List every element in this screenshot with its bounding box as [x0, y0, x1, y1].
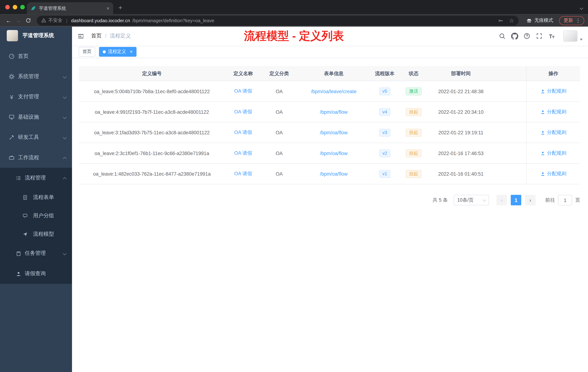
- assign-rule-link[interactable]: 分配规则: [540, 88, 566, 95]
- definition-id: oa_leave:2:3c1f0ef1-76b1-11ec-9c66-a2380…: [79, 143, 225, 163]
- incognito-label: 无痕模式: [534, 17, 553, 24]
- assign-rule-link[interactable]: 分配规则: [540, 129, 566, 136]
- definition-name-link[interactable]: OA 请假: [234, 170, 252, 177]
- status-badge: 激活: [406, 87, 422, 95]
- chevron-down-icon: [63, 134, 66, 140]
- definition-name-link[interactable]: OA 请假: [234, 109, 252, 115]
- prev-page-button[interactable]: ‹: [496, 195, 507, 205]
- address-bar[interactable]: 不安全 | dashboard.yudao.iocoder.cn/bpm/man…: [37, 16, 519, 25]
- sidebar-item-label: 流程管理: [25, 175, 46, 181]
- deploy-time: 2022-01-16 01:40:51: [428, 164, 494, 184]
- user-icon: [540, 130, 545, 135]
- form-link[interactable]: /bpm/oa/flow: [320, 150, 348, 156]
- sidebar-item-home[interactable]: 首页: [0, 46, 72, 66]
- page-size-select[interactable]: 10条/页: [454, 195, 489, 205]
- tab-title: 芋道管理系统: [39, 5, 104, 11]
- browser-tab[interactable]: 芋道管理系统 ×: [27, 2, 113, 14]
- help-icon[interactable]: [523, 32, 531, 40]
- github-icon[interactable]: [511, 32, 518, 40]
- hamburger-icon[interactable]: [77, 33, 84, 40]
- active-dot-icon: [103, 50, 106, 53]
- sidebar-item-label: 首页: [18, 53, 29, 60]
- chevron-down-icon: [63, 94, 66, 100]
- definition-name-link[interactable]: OA 请假: [234, 129, 252, 136]
- next-page-button[interactable]: ›: [525, 195, 536, 205]
- user-icon: [15, 271, 22, 276]
- assign-rule-link[interactable]: 分配规则: [540, 109, 566, 115]
- sidebar-item-label: 基础设施: [18, 114, 39, 120]
- sidebar-item-process-mgmt[interactable]: 流程管理: [0, 168, 72, 188]
- column-header: 部署时间: [428, 66, 494, 81]
- chevron-up-icon: [63, 155, 66, 161]
- page-number-button[interactable]: 1: [511, 195, 521, 205]
- tab-close-icon[interactable]: ×: [106, 5, 109, 11]
- sidebar-item-label: 任务管理: [25, 250, 46, 257]
- definition-name-link[interactable]: OA 请假: [234, 88, 252, 95]
- breadcrumb-home[interactable]: 首页: [91, 33, 102, 39]
- column-header: 定义分类: [262, 66, 297, 81]
- tag-home[interactable]: 首页: [79, 47, 95, 57]
- browser-update-button[interactable]: 更新 ⋮: [559, 16, 584, 25]
- tags-view-bar: 首页 流程定义 ×: [72, 45, 588, 58]
- security-label: 不安全: [48, 17, 62, 24]
- yen-icon: ¥: [8, 94, 15, 100]
- status-badge: 挂起: [406, 149, 422, 157]
- sidebar-item-payment-mgmt[interactable]: ¥ 支付管理: [0, 87, 72, 107]
- sidebar-item-process-form[interactable]: 流程表单: [0, 188, 72, 206]
- table-row: oa_leave:3:1fad3d93-7b75-11ec-a3c8-acde4…: [79, 122, 580, 143]
- form-link[interactable]: /bpm/oa/flow: [320, 130, 348, 135]
- form-link[interactable]: /bpm/oa/flow: [320, 171, 348, 176]
- window-close-button[interactable]: [5, 5, 10, 10]
- logo-avatar: [7, 30, 18, 41]
- page-size-value: 10条/页: [457, 197, 474, 203]
- definition-name-link[interactable]: OA 请假: [234, 150, 252, 156]
- document-icon: [22, 195, 29, 200]
- sidebar-item-workflow[interactable]: 工作流程: [0, 148, 72, 168]
- sidebar-item-process-model[interactable]: 流程模型: [0, 225, 72, 243]
- table-row: oa_leave:5:004b710b-7b8a-11ec-8ef0-acde4…: [79, 81, 580, 102]
- sidebar-item-dev-tools[interactable]: 研发工具: [0, 127, 72, 147]
- table-row: oa_leave:2:3c1f0ef1-76b1-11ec-9c66-a2380…: [79, 143, 580, 164]
- url-path: /bpm/manager/definition?key=oa_leave: [132, 18, 214, 23]
- search-icon[interactable]: [498, 32, 506, 40]
- workflow-submenu: 流程管理 流程表单: [0, 168, 72, 284]
- omnibox-divider: |: [66, 18, 67, 23]
- bookmark-star-icon[interactable]: ☆: [509, 17, 514, 24]
- window-zoom-button[interactable]: [20, 5, 25, 10]
- browser-menu-kebab-icon[interactable]: ⋮: [576, 18, 580, 23]
- sidebar-item-leave-query[interactable]: 请假查询: [0, 263, 72, 284]
- filler-cell: [494, 122, 526, 142]
- breadcrumb-current: 流程定义: [110, 33, 131, 39]
- form-link[interactable]: /bpm/oa/flow: [320, 109, 348, 115]
- password-key-icon[interactable]: [498, 18, 503, 23]
- tab-search-caret-icon[interactable]: [580, 5, 583, 11]
- goto-page-input[interactable]: [558, 195, 572, 205]
- window-minimize-button[interactable]: [13, 5, 17, 10]
- assign-rule-link[interactable]: 分配规则: [540, 150, 566, 156]
- sidebar-item-infrastructure[interactable]: 基础设施: [0, 107, 72, 127]
- form-link[interactable]: /bpm/oa/leave/create: [311, 88, 356, 94]
- definition-category: OA: [262, 122, 297, 142]
- sidebar-item-label: 流程模型: [33, 230, 54, 237]
- new-tab-button[interactable]: +: [118, 4, 122, 12]
- tag-process-definition[interactable]: 流程定义 ×: [99, 47, 136, 57]
- sidebar-item-user-group[interactable]: 用户分组: [0, 206, 72, 225]
- tag-close-icon[interactable]: ×: [130, 49, 133, 55]
- reload-icon[interactable]: [23, 18, 33, 23]
- sidebar-item-system-mgmt[interactable]: 系统管理: [0, 66, 72, 87]
- fullscreen-icon[interactable]: [536, 32, 543, 40]
- warning-icon: [41, 18, 46, 23]
- browser-toolbar: ← → 不安全 | dashboard.yudao.iocoder.cn/bpm…: [0, 14, 588, 27]
- back-icon[interactable]: ←: [4, 17, 14, 24]
- user-icon: [540, 109, 545, 114]
- assign-rule-label: 分配规则: [547, 170, 566, 177]
- sidebar-item-task-mgmt[interactable]: 任务管理: [0, 243, 72, 263]
- assign-rule-link[interactable]: 分配规则: [540, 170, 566, 177]
- font-size-icon[interactable]: [548, 32, 555, 40]
- tag-label: 流程定义: [108, 48, 126, 55]
- table-row: oa_leave:4:991f2193-7b7f-11ec-a3c8-acde4…: [79, 102, 580, 122]
- deploy-time: 2022-01-16 17:46:53: [428, 143, 494, 163]
- chevron-down-icon: [63, 251, 66, 256]
- user-avatar-dropdown[interactable]: [563, 30, 583, 42]
- forward-icon[interactable]: →: [13, 17, 23, 24]
